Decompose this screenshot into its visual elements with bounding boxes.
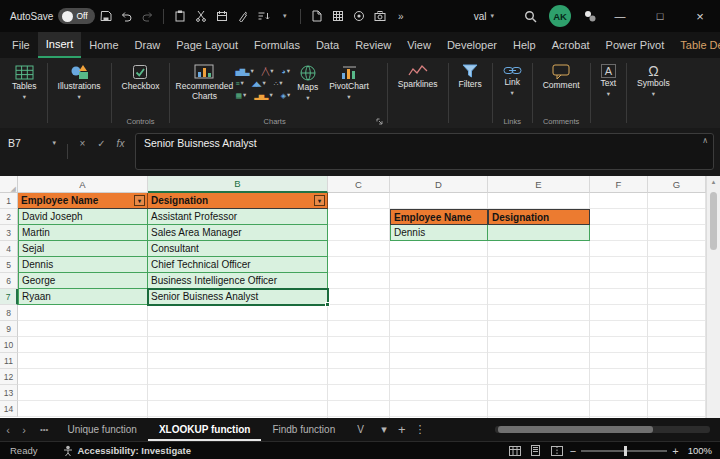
collapse-formula-bar-icon[interactable]: ∧ [702,136,708,145]
maximize-button[interactable]: □ [640,0,680,32]
column-header-a[interactable]: A [18,176,148,193]
histogram-chart-button[interactable]: ▂▅▂▾ [254,91,272,99]
illustrations-button[interactable]: Illustrations ▾ [54,61,105,100]
maps-button[interactable]: Maps ▾ [293,61,322,101]
sheet-options-kebab-icon[interactable]: ⋮ [411,418,429,441]
account-avatar[interactable]: AK [549,5,571,27]
recommended-charts-button[interactable]: Recommended Charts [176,61,232,102]
row-header-8[interactable]: 8 [0,305,18,321]
cell-a2[interactable]: David Joseph [18,209,148,225]
accessibility-status[interactable]: Accessibility: Investigate [63,445,191,456]
row-header-2[interactable]: 2 [0,209,18,225]
worksheet-grid[interactable]: ◢ A B C D E F G 1 2 3 4 5 6 7 8 9 10 11 … [0,176,720,418]
cell-b3[interactable]: Sales Area Manager [148,225,328,241]
sheet-next-icon[interactable]: › [16,418,32,441]
comment-button[interactable]: Comment [539,61,584,91]
more-commands-icon[interactable]: » [390,2,411,30]
cell-b1[interactable]: Designation ▾ [148,193,328,209]
column-header-f[interactable]: F [590,176,648,193]
cell-a5[interactable]: Dennis [18,257,148,273]
cell-b2[interactable]: Assistant Professor [148,209,328,225]
sheet-tab-findb-function[interactable]: Findb function [261,418,346,441]
page-break-view-icon[interactable] [549,444,565,458]
sheet-list-dots-icon[interactable]: ••• [32,418,56,441]
tab-home[interactable]: Home [81,32,126,58]
minimize-button[interactable]: — [600,0,640,32]
charts-dialog-launcher-icon[interactable] [376,118,383,126]
sort-filter-icon[interactable] [253,2,274,30]
chevron-down-icon[interactable]: ▾ [375,418,393,441]
add-sheet-button[interactable]: + [393,418,411,441]
tab-file[interactable]: File [4,32,38,58]
symbols-button[interactable]: Ω Symbols ▾ [633,61,674,97]
bar-chart-button[interactable]: ≡▾ [235,79,243,87]
cell-b4[interactable]: Consultant [148,241,328,257]
enter-button[interactable]: ✓ [92,133,111,153]
zoom-slider[interactable] [581,450,667,452]
search-box[interactable]: val ▾ [474,11,494,22]
row-header-12[interactable]: 12 [0,369,18,385]
column-header-g[interactable]: G [648,176,706,193]
row-header-9[interactable]: 9 [0,321,18,337]
map-chart-button[interactable]: ▦▾ [235,91,246,99]
tab-acrobat[interactable]: Acrobat [544,32,598,58]
cell-a1[interactable]: Employee Name ▾ [18,193,148,209]
column-header-d[interactable]: D [390,176,488,193]
tab-insert[interactable]: Insert [38,32,82,58]
zoom-in-button[interactable]: + [672,445,678,457]
radar-chart-button[interactable]: ◈▾ [281,91,291,99]
cell-a3[interactable]: Martin [18,225,148,241]
column-chart-button[interactable]: ▅▇▃▾ [235,67,253,75]
area-chart-button[interactable]: ◢◣▾ [252,79,266,87]
clipboard-icon[interactable] [169,2,190,30]
format-painter-icon[interactable] [232,2,253,30]
autosave-switch[interactable]: Off [58,8,95,24]
row-header-11[interactable]: 11 [0,353,18,369]
cell-e2[interactable]: Designation [488,209,590,225]
cell-b7[interactable]: Senior Buisness Analyst [148,289,328,305]
link-button[interactable]: Link ▾ [499,61,526,96]
horizontal-scrollbar[interactable] [495,426,710,433]
sheet-tab-xlookup-function[interactable]: XLOOKUP function [148,418,261,441]
cell-a7[interactable]: Ryaan [18,289,148,305]
cell-d3[interactable]: Dennis [390,225,488,241]
filter-dropdown-icon[interactable]: ▾ [314,195,325,206]
table-grid-icon[interactable] [327,2,348,30]
zoom-level[interactable]: 100% [688,445,712,456]
vertical-scrollbar[interactable]: ▴ [706,176,720,418]
line-chart-button[interactable]: ╱╲▾ [262,67,274,75]
tab-formulas[interactable]: Formulas [246,32,308,58]
page-layout-view-icon[interactable] [528,444,544,458]
row-header-1[interactable]: 1 [0,193,18,209]
autosave-toggle[interactable]: AutoSave Off [10,8,95,24]
cell-a6[interactable]: George [18,273,148,289]
column-header-e[interactable]: E [488,176,590,193]
row-header-14[interactable]: 14 [0,401,18,417]
tables-button[interactable]: Tables ▾ [8,61,41,100]
search-icon[interactable] [520,2,541,30]
select-all-button[interactable]: ◢ [0,176,18,193]
formula-input[interactable]: Senior Buisness Analyst ∧ [135,133,714,170]
sheet-tab-v[interactable]: V [346,418,375,441]
redo-icon[interactable] [137,2,158,30]
tab-draw[interactable]: Draw [127,32,169,58]
horizontal-scrollbar-thumb[interactable] [498,426,653,433]
camera-icon[interactable] [369,2,390,30]
cancel-button[interactable]: × [73,133,92,153]
record-macro-icon[interactable] [348,2,369,30]
zoom-out-button[interactable]: − [570,445,576,457]
column-header-b[interactable]: B [148,176,328,193]
row-header-4[interactable]: 4 [0,241,18,257]
scatter-chart-button[interactable]: ∴▾ [274,79,283,87]
insert-function-button[interactable]: fx [111,133,130,153]
tab-data[interactable]: Data [308,32,347,58]
cell-a4[interactable]: Sejal [18,241,148,257]
filter-dropdown-icon[interactable]: ▾ [134,195,145,206]
row-header-7[interactable]: 7 [0,289,18,305]
quick-access-chevron-icon[interactable]: ▾ [274,2,295,30]
row-header-13[interactable]: 13 [0,385,18,401]
filters-button[interactable]: Filters [455,61,486,90]
tab-view[interactable]: View [399,32,439,58]
new-file-icon[interactable] [306,2,327,30]
row-header-5[interactable]: 5 [0,257,18,273]
